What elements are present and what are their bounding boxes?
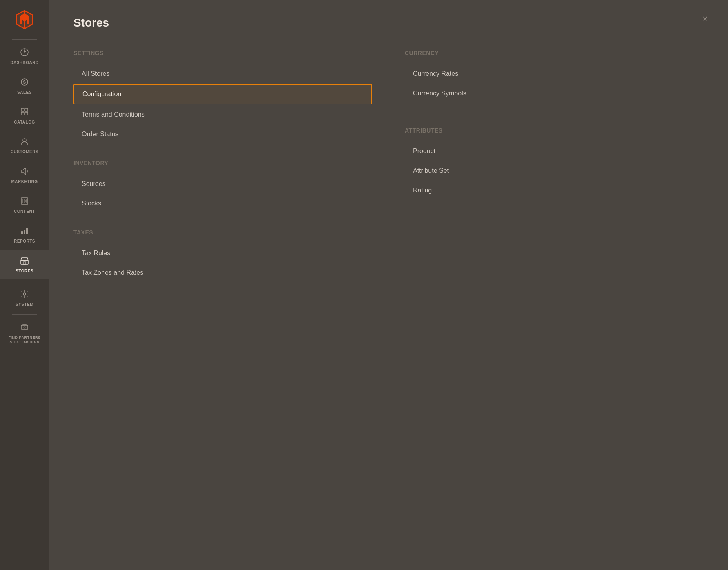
- svg-point-20: [24, 327, 25, 328]
- svg-rect-17: [23, 262, 26, 264]
- sources-link[interactable]: Sources: [73, 175, 372, 193]
- partners-icon: [20, 323, 29, 333]
- attributes-heading: Attributes: [405, 127, 704, 134]
- page-title: Stores: [73, 16, 704, 29]
- svg-text:$: $: [23, 80, 26, 84]
- sidebar-item-label: REPORTS: [14, 239, 35, 244]
- all-stores-link[interactable]: All Stores: [73, 64, 372, 83]
- svg-rect-5: [25, 108, 28, 111]
- sidebar-divider-3: [12, 314, 37, 315]
- sidebar-item-label: SALES: [17, 90, 32, 95]
- rating-link[interactable]: Rating: [405, 181, 704, 200]
- configuration-link[interactable]: Configuration: [73, 84, 372, 104]
- stocks-link[interactable]: Stocks: [73, 194, 372, 213]
- sidebar-divider: [12, 39, 37, 40]
- sidebar-item-reports[interactable]: REPORTS: [0, 220, 49, 250]
- svg-rect-9: [21, 198, 28, 204]
- system-icon: [20, 289, 29, 300]
- sidebar-item-dashboard[interactable]: DASHBOARD: [0, 41, 49, 71]
- sidebar-item-label: SYSTEM: [16, 302, 33, 307]
- taxes-section: Taxes Tax Rules Tax Zones and Rates: [73, 229, 372, 282]
- currency-heading: Currency: [405, 50, 704, 56]
- sidebar-item-label: STORES: [16, 269, 33, 274]
- sidebar-item-label: CONTENT: [14, 209, 35, 214]
- magento-logo[interactable]: [0, 0, 49, 38]
- reports-icon: [20, 226, 29, 236]
- inventory-heading: Inventory: [73, 160, 372, 166]
- tax-rules-link[interactable]: Tax Rules: [73, 244, 372, 263]
- product-link[interactable]: Product: [405, 142, 704, 161]
- sidebar-item-content[interactable]: CONTENT: [0, 190, 49, 220]
- left-column: Settings All Stores Configuration Terms …: [73, 50, 372, 298]
- sidebar-divider-2: [12, 281, 37, 281]
- svg-rect-14: [24, 230, 25, 234]
- svg-rect-7: [25, 112, 28, 115]
- settings-heading: Settings: [73, 50, 372, 56]
- svg-rect-4: [21, 108, 24, 111]
- svg-point-8: [23, 139, 26, 142]
- terms-conditions-link[interactable]: Terms and Conditions: [73, 105, 372, 124]
- sidebar-item-marketing[interactable]: MARKETING: [0, 160, 49, 190]
- svg-rect-16: [21, 261, 28, 264]
- sidebar-item-label: CUSTOMERS: [11, 150, 38, 155]
- svg-rect-11: [25, 199, 27, 201]
- sidebar-item-label: MARKETING: [11, 179, 38, 184]
- attributes-section: Attributes Product Attribute Set Rating: [405, 127, 704, 200]
- sidebar-item-system[interactable]: SYSTEM: [0, 283, 49, 313]
- svg-rect-15: [26, 228, 28, 234]
- taxes-heading: Taxes: [73, 229, 372, 236]
- attribute-set-link[interactable]: Attribute Set: [405, 161, 704, 180]
- svg-point-18: [23, 293, 26, 295]
- close-button[interactable]: ×: [702, 14, 708, 23]
- customers-icon: [20, 137, 29, 147]
- order-status-link[interactable]: Order Status: [73, 125, 372, 144]
- marketing-icon: [20, 167, 29, 177]
- menu-grid: Settings All Stores Configuration Terms …: [73, 50, 704, 298]
- currency-rates-link[interactable]: Currency Rates: [405, 64, 704, 83]
- svg-rect-10: [22, 199, 24, 203]
- sidebar: DASHBOARD $ SALES CATALOG: [0, 0, 49, 570]
- svg-rect-13: [21, 231, 23, 234]
- svg-rect-6: [21, 112, 24, 115]
- inventory-section: Inventory Sources Stocks: [73, 160, 372, 213]
- sidebar-item-label: DASHBOARD: [10, 60, 39, 65]
- sidebar-item-sales[interactable]: $ SALES: [0, 71, 49, 101]
- svg-rect-19: [21, 325, 28, 329]
- right-column: Currency Currency Rates Currency Symbols…: [405, 50, 704, 298]
- settings-section: Settings All Stores Configuration Terms …: [73, 50, 372, 144]
- sidebar-item-stores[interactable]: STORES: [0, 250, 49, 279]
- svg-rect-12: [25, 201, 27, 203]
- catalog-icon: [20, 107, 29, 117]
- sales-icon: $: [20, 77, 29, 88]
- main-content: Stores × Settings All Stores Configurati…: [49, 0, 728, 570]
- sidebar-item-label: FIND PARTNERS& EXTENSIONS: [9, 336, 41, 345]
- sidebar-item-customers[interactable]: CUSTOMERS: [0, 130, 49, 160]
- currency-symbols-link[interactable]: Currency Symbols: [405, 84, 704, 103]
- sidebar-item-catalog[interactable]: CATALOG: [0, 101, 49, 130]
- sidebar-item-partners[interactable]: FIND PARTNERS& EXTENSIONS: [0, 316, 49, 350]
- content-icon: [20, 197, 29, 207]
- currency-section: Currency Currency Rates Currency Symbols: [405, 50, 704, 103]
- dashboard-icon: [20, 48, 29, 58]
- tax-zones-rates-link[interactable]: Tax Zones and Rates: [73, 263, 372, 282]
- stores-icon: [20, 256, 29, 266]
- sidebar-item-label: CATALOG: [14, 120, 35, 125]
